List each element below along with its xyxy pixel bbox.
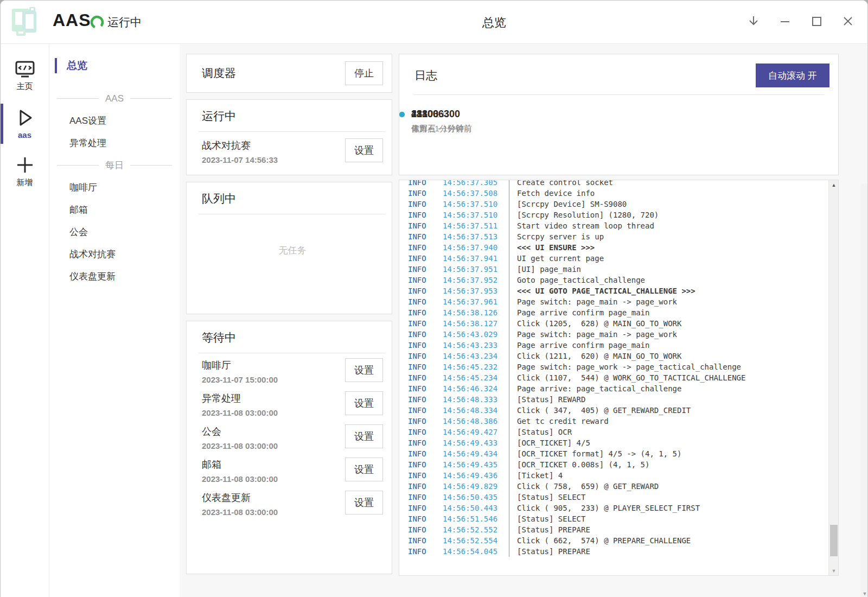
log-level: INFO	[399, 209, 443, 220]
log-message: [Status] SELECT	[509, 492, 585, 503]
log-line: INFO 14:56:48.333 [Status] REWARD	[399, 394, 838, 405]
log-level: INFO	[399, 503, 443, 513]
scroll-down-arrow-icon[interactable]: ▼	[861, 591, 868, 596]
log-level: INFO	[399, 546, 443, 557]
log-line: INFO 14:56:49.433 [OCR_TICKET] 4/5	[399, 437, 838, 448]
log-message: Page switch: page_main -> page_work	[509, 329, 677, 340]
log-scrollbar[interactable]: ▲ ▼	[828, 180, 838, 575]
running-panel: 运行中 战术对抗赛 2023-11-07 14:56:33 设置	[186, 99, 392, 175]
window-scrollbar[interactable]: ▼	[861, 183, 868, 597]
stop-button[interactable]: 停止	[345, 61, 383, 85]
sidebar-item-overview[interactable]: 总览	[49, 56, 180, 75]
task-settings-button[interactable]: 设置	[345, 358, 383, 382]
sidebar: 总览 AAS AAS设置 异常处理 每日 咖啡厅 邮箱 公会 战术对抗	[49, 44, 180, 597]
log-line: INFO 14:56:50.435 [Status] SELECT	[399, 492, 838, 503]
sidebar-item: AAS	[49, 87, 180, 110]
running-spinner-icon	[90, 15, 105, 30]
app-logo-icon	[7, 4, 42, 39]
log-timestamp: 14:56:52.554	[443, 535, 509, 546]
task-settings-button[interactable]: 设置	[345, 424, 383, 448]
log-message: Start video stream loop thread	[509, 220, 654, 231]
sidebar-item-label: AAS	[105, 93, 124, 104]
task-settings-button[interactable]: 设置	[345, 458, 383, 481]
task-time: 2023-11-07 14:56:33	[202, 154, 278, 166]
sidebar-item-label: 战术对抗赛	[69, 248, 116, 261]
waiting-task: 咖啡厅 2023-11-07 15:00:00 设置	[202, 353, 383, 386]
nav-item-home[interactable]: 主页	[1, 54, 49, 98]
log-level: INFO	[399, 199, 443, 209]
task-time: 2023-11-08 03:00:00	[202, 440, 278, 452]
sidebar-item[interactable]: 咖啡厅	[49, 176, 180, 199]
log-message: Page arrive confirm page_main	[509, 340, 649, 351]
nav-item-label: 新增	[17, 177, 33, 188]
task-name: 仪表盘更新	[202, 491, 278, 505]
close-icon[interactable]	[838, 11, 858, 31]
scroll-down-arrow-icon[interactable]: ▼	[829, 566, 839, 575]
log-level: INFO	[399, 242, 443, 253]
stat-label: 青辉石 - 1分钟前	[411, 124, 472, 134]
log-level: INFO	[399, 405, 443, 416]
divider	[413, 94, 824, 95]
log-level: INFO	[399, 188, 443, 199]
log-line: INFO 14:56:38.127 Click (1205, 628) @ MA…	[399, 318, 838, 329]
log-timestamp: 14:56:38.126	[443, 307, 509, 318]
sidebar-item[interactable]: 仪表盘更新	[49, 265, 180, 288]
log-level: INFO	[399, 394, 443, 405]
sidebar-item[interactable]: 邮箱	[49, 199, 180, 221]
log-line: INFO 14:56:48.334 Click ( 347, 405) @ GE…	[399, 405, 838, 416]
log-level: INFO	[399, 416, 443, 427]
maximize-icon[interactable]	[807, 11, 826, 31]
log-message: Goto page_tactical_challenge	[509, 275, 645, 285]
app-window: AAS 运行中 总览	[0, 0, 868, 597]
home-monitor-icon	[14, 60, 36, 79]
sidebar-item[interactable]: 公会	[49, 221, 180, 243]
log-level: INFO	[399, 231, 443, 242]
log-level: INFO	[399, 318, 443, 329]
log-viewer[interactable]: INFO 14:56:37.305 Create control socket …	[399, 180, 839, 576]
log-timestamp: 14:56:50.435	[443, 492, 509, 503]
log-timestamp: 14:56:37.510	[443, 199, 509, 209]
log-timestamp: 14:56:48.333	[443, 394, 509, 405]
task-settings-button[interactable]: 设置	[345, 138, 383, 162]
task-settings-button[interactable]: 设置	[345, 491, 383, 515]
task-name: 异常处理	[202, 391, 278, 405]
running-task: 战术对抗赛 2023-11-07 14:56:33 设置	[202, 132, 383, 166]
log-line: INFO 14:56:54.045 [Status] PREPARE	[399, 546, 838, 557]
log-line: INFO 14:56:51.546 [Status] SELECT	[399, 513, 838, 524]
divider	[199, 214, 385, 214]
log-line: INFO 14:56:49.434 [OCR_TICKET format] 4/…	[399, 448, 838, 459]
scrollbar-thumb[interactable]	[830, 525, 838, 556]
log-line: INFO 14:56:37.513 Scrcpy server is up	[399, 231, 838, 242]
page-title: 总览	[451, 15, 538, 31]
log-message: Click ( 662, 574) @ PREPARE_CHALLENGE	[509, 535, 691, 546]
running-title: 运行中	[202, 109, 383, 124]
task-settings-button[interactable]: 设置	[345, 391, 383, 415]
log-timestamp: 14:56:49.829	[443, 481, 509, 492]
log-line: INFO 14:56:37.511 Start video stream loo…	[399, 220, 838, 231]
download-icon[interactable]	[744, 11, 763, 31]
log-message: Get tc credit reward	[509, 416, 609, 427]
nav-item-aas[interactable]: aas	[1, 101, 49, 146]
active-indicator-bar	[55, 58, 57, 73]
log-timestamp: 14:56:50.443	[443, 503, 509, 513]
waiting-task: 邮箱 2023-11-08 03:00:00 设置	[202, 453, 383, 486]
queue-panel: 队列中 无任务	[186, 182, 392, 314]
waiting-panel: 等待中 咖啡厅 2023-11-07 15:00:00 设置 异常处理 2023…	[186, 321, 392, 574]
sidebar-item[interactable]: 战术对抗赛	[49, 243, 180, 265]
sidebar-item[interactable]: AAS设置	[49, 110, 180, 132]
log-message: [Status] SELECT	[509, 513, 585, 524]
autoscroll-toggle-button[interactable]: 自动滚动 开	[756, 63, 829, 87]
log-level: INFO	[399, 220, 443, 231]
log-level: INFO	[399, 492, 443, 503]
sidebar-item[interactable]: 异常处理	[49, 132, 180, 154]
log-timestamp: 14:56:37.940	[443, 242, 509, 253]
log-level: INFO	[399, 307, 443, 318]
log-timestamp: 14:56:49.435	[443, 459, 509, 470]
log-level: INFO	[399, 275, 443, 285]
minimize-icon[interactable]	[775, 11, 795, 31]
nav-item-add[interactable]: 新增	[1, 149, 49, 194]
task-name: 公会	[202, 424, 278, 439]
log-level: INFO	[399, 524, 443, 535]
log-line: INFO 14:56:52.552 [Status] PREPARE	[399, 524, 838, 535]
scroll-up-arrow-icon[interactable]: ▲	[829, 180, 839, 189]
